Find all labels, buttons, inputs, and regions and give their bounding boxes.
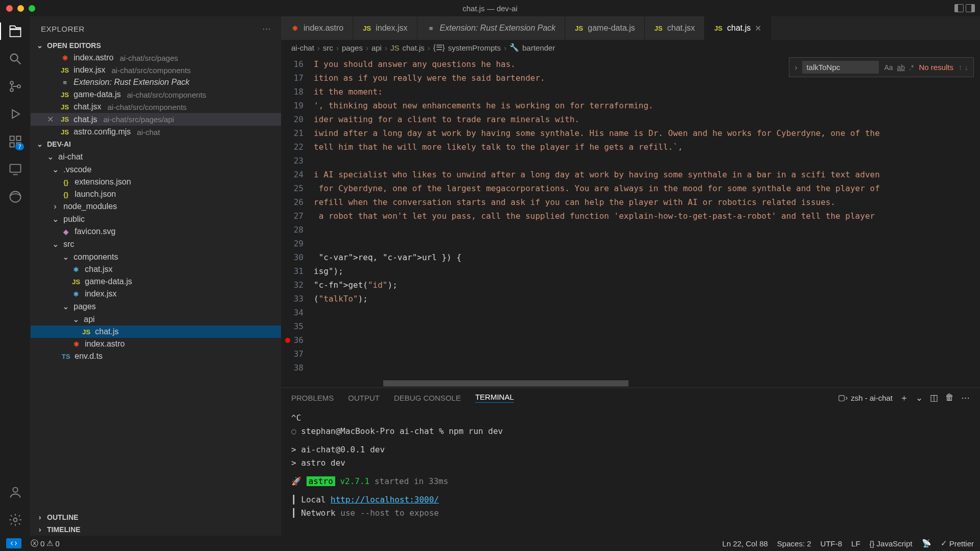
window-maximize[interactable] <box>29 5 35 12</box>
line-numbers: 1617181920212223242526272829303132333435… <box>281 55 314 387</box>
file-item[interactable]: ✱index.astro <box>31 338 281 350</box>
split-terminal-icon[interactable]: ◫ <box>930 393 938 403</box>
folder-item[interactable]: ›node_modules <box>31 200 281 213</box>
settings-icon[interactable] <box>7 511 24 529</box>
debug-icon[interactable] <box>7 105 24 123</box>
file-item[interactable]: TSenv.d.ts <box>31 350 281 362</box>
terminal-dropdown-icon[interactable]: ⌄ <box>916 393 923 403</box>
encoding[interactable]: UTF-8 <box>821 539 843 548</box>
live-share-icon[interactable]: 📡 <box>922 539 931 548</box>
sidebar-more-icon[interactable]: ⋯ <box>262 24 271 34</box>
chevron-down-icon: ⌄ <box>36 140 44 148</box>
chevron-icon: ⌄ <box>51 239 59 249</box>
search-icon[interactable] <box>7 50 24 67</box>
find-prev-icon[interactable]: ↑ <box>959 63 963 72</box>
folder-item[interactable]: ⌄.vscode <box>31 163 281 176</box>
problems-tab[interactable]: PROBLEMS <box>291 394 334 402</box>
cursor-position[interactable]: Ln 22, Col 88 <box>722 539 768 548</box>
open-editors-section[interactable]: ⌄ OPEN EDITORS <box>31 39 281 52</box>
close-icon[interactable]: ✕ <box>46 114 54 124</box>
window-minimize[interactable] <box>17 5 24 12</box>
file-item[interactable]: ◆favicon.svg <box>31 225 281 238</box>
find-next-icon[interactable]: ↓ <box>965 63 969 72</box>
explorer-icon[interactable] <box>7 22 24 40</box>
folder-item[interactable]: ⌄pages <box>31 300 281 313</box>
chevron-right-icon[interactable]: › <box>795 63 797 72</box>
indentation[interactable]: Spaces: 2 <box>777 539 811 548</box>
breakpoint-icon[interactable] <box>285 338 290 343</box>
close-icon[interactable]: ✕ <box>755 24 761 33</box>
horizontal-scrollbar[interactable] <box>383 380 628 386</box>
remote-indicator[interactable] <box>6 538 21 548</box>
errors-count[interactable]: ⓧ0 ⚠0 <box>31 539 60 548</box>
open-editor-item[interactable]: JSastro.config.mjsai-chat <box>31 126 281 138</box>
file-icon: JS <box>574 25 584 32</box>
window-close[interactable] <box>6 5 13 12</box>
open-editor-item[interactable]: JSchat.jsxai-chat/src/components <box>31 101 281 113</box>
window-title: chat.js — dev-ai <box>462 4 518 13</box>
prettier-status[interactable]: ✓ Prettier <box>941 539 974 548</box>
editor-tab[interactable]: JSchat.jsx <box>645 16 705 40</box>
svg-rect-10 <box>10 165 20 172</box>
remote-explorer-icon[interactable] <box>7 160 24 178</box>
open-editor-item[interactable]: JSgame-data.jsai-chat/src/components <box>31 88 281 101</box>
match-word-icon[interactable]: ab <box>897 63 905 72</box>
editor-tab[interactable]: JSindex.jsx <box>353 16 417 40</box>
match-case-icon[interactable]: Aa <box>884 63 893 72</box>
terminal-icon: ▢› <box>838 393 848 402</box>
sidebar-title: EXPLORER <box>41 25 85 33</box>
file-item[interactable]: ⚛index.jsx <box>31 288 281 300</box>
regex-icon[interactable]: .* <box>909 63 914 72</box>
editor-tab[interactable]: ≡Extension: Rust Extension Pack <box>417 16 566 40</box>
open-editor-item[interactable]: ≡Extension: Rust Extension Pack <box>31 76 281 88</box>
folder-item[interactable]: ⌄ai-chat <box>31 150 281 163</box>
file-item[interactable]: {}launch.json <box>31 188 281 200</box>
warning-icon: ⚠ <box>46 539 53 548</box>
find-input[interactable] <box>802 61 879 74</box>
terminal-tab[interactable]: TERMINAL <box>475 393 514 403</box>
kill-terminal-icon[interactable]: 🗑 <box>945 393 954 403</box>
editor-tab[interactable]: JSchat.js✕ <box>705 16 771 40</box>
toggle-right-panel-icon[interactable] <box>966 4 975 12</box>
property-icon: 🔧 <box>509 43 519 52</box>
file-item[interactable]: JSchat.js <box>31 326 281 338</box>
file-item[interactable]: ⚛chat.jsx <box>31 263 281 276</box>
open-editor-item[interactable]: ✱index.astroai-chat/src/pages <box>31 52 281 64</box>
statusbar: ⓧ0 ⚠0 Ln 22, Col 88 Spaces: 2 UTF-8 LF {… <box>0 536 980 551</box>
folder-item[interactable]: ⌄api <box>31 313 281 326</box>
timeline-section[interactable]: › TIMELINE <box>31 523 281 536</box>
editor[interactable]: › Aa ab .* No results ↑ ↓ 16171819202122… <box>281 55 980 387</box>
workspace-section[interactable]: ⌄ DEV-AI <box>31 138 281 150</box>
source-control-icon[interactable] <box>7 78 24 95</box>
outline-section[interactable]: › OUTLINE <box>31 511 281 523</box>
local-url-link[interactable]: http://localhost:3000/ <box>331 495 439 504</box>
file-item[interactable]: JSgame-data.js <box>31 276 281 288</box>
folder-item[interactable]: ⌄components <box>31 250 281 263</box>
terminal-output[interactable]: ^C ○ stephan@MacBook-Pro ai-chat % npm r… <box>281 407 980 536</box>
extensions-icon[interactable]: 7 <box>7 133 24 150</box>
line-ending[interactable]: LF <box>851 539 860 548</box>
edge-tools-icon[interactable] <box>7 188 24 205</box>
file-item[interactable]: {}extensions.json <box>31 176 281 188</box>
terminal-shell-dropdown[interactable]: ▢› zsh - ai-chat <box>838 393 893 402</box>
svg-rect-6 <box>10 136 14 141</box>
file-icon: JS <box>72 278 81 286</box>
panel-more-icon[interactable]: ⋯ <box>961 393 970 403</box>
editor-tab[interactable]: ✱index.astro <box>281 16 353 40</box>
file-icon: JS <box>60 103 69 111</box>
toggle-left-panel-icon[interactable] <box>954 4 964 12</box>
account-icon[interactable] <box>7 484 24 501</box>
code-content[interactable]: I you should answer any questions he has… <box>314 55 980 387</box>
open-editor-item[interactable]: JSindex.jsxai-chat/src/components <box>31 64 281 76</box>
svg-line-1 <box>17 61 20 64</box>
open-editor-item[interactable]: ✕JSchat.jsai-chat/src/pages/api <box>31 113 281 126</box>
folder-item[interactable]: ⌄src <box>31 238 281 250</box>
breadcrumb[interactable]: ai-chat› src› pages› api› JS chat.js› {☰… <box>281 40 980 55</box>
output-tab[interactable]: OUTPUT <box>348 394 380 402</box>
language-mode[interactable]: {} JavaScript <box>870 539 913 548</box>
debug-console-tab[interactable]: DEBUG CONSOLE <box>394 394 461 402</box>
editor-tabs: ✱index.astroJSindex.jsx≡Extension: Rust … <box>281 16 980 40</box>
new-terminal-icon[interactable]: ＋ <box>900 392 908 404</box>
folder-item[interactable]: ⌄public <box>31 213 281 225</box>
editor-tab[interactable]: JSgame-data.js <box>565 16 645 40</box>
